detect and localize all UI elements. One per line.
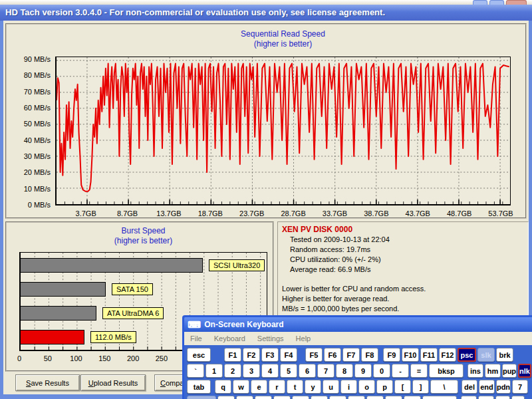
key-u[interactable]: u xyxy=(323,380,339,394)
key-7[interactable]: 7 xyxy=(317,364,334,378)
key-0[interactable]: 0 xyxy=(373,364,390,378)
key-brk[interactable]: brk xyxy=(496,348,513,362)
seq-y-tick-label: 30 MB/s xyxy=(7,152,51,160)
save-results-button[interactable]: Save Results xyxy=(15,374,80,391)
key-2[interactable]: 2 xyxy=(224,364,241,378)
drive-info-panel: XEN PV DISK 0000 Tested on 2009-10-13 at… xyxy=(277,221,529,319)
key-slk[interactable]: slk xyxy=(477,348,495,362)
key-hidden[interactable] xyxy=(217,396,235,399)
key-hidden[interactable] xyxy=(422,396,457,399)
key-f8[interactable]: F8 xyxy=(361,348,378,362)
info-average-read: Average read: 66.9 MB/s xyxy=(282,265,524,275)
key-hidden[interactable] xyxy=(385,396,402,399)
key-t[interactable]: t xyxy=(287,380,303,394)
key-f11[interactable]: F11 xyxy=(420,348,438,362)
key-del[interactable]: del xyxy=(462,380,477,394)
key-f6[interactable]: F6 xyxy=(324,348,341,362)
close-button[interactable] xyxy=(506,0,527,5)
burst-bar-label: SCSI Ultra320 xyxy=(209,259,265,271)
key-hidden[interactable] xyxy=(511,396,525,399)
info-spacer xyxy=(282,275,524,284)
seq-chart-subtitle: (higher is better) xyxy=(55,39,511,49)
key-hidden[interactable] xyxy=(255,396,272,399)
seq-y-tick-label: 0 MB/s xyxy=(7,201,51,209)
key-3[interactable]: 3 xyxy=(243,364,260,378)
key-hidden[interactable] xyxy=(311,396,328,399)
key-psc[interactable]: psc xyxy=(458,348,476,362)
burst-bar-label: 112.0 MB/s xyxy=(90,331,136,343)
maximize-button[interactable] xyxy=(489,0,504,5)
key-hidden[interactable] xyxy=(478,396,494,399)
sequential-read-plot xyxy=(55,57,511,205)
key-hidden[interactable] xyxy=(292,396,309,399)
note-lower-better: Lower is better for CPU and random acces… xyxy=(282,284,524,294)
key-pup[interactable]: pup xyxy=(502,364,517,378)
key-minus[interactable]: - xyxy=(392,364,409,378)
seq-y-tick-label: 60 MB/s xyxy=(7,104,51,112)
osk-menu-settings[interactable]: Settings xyxy=(251,333,290,344)
key-equals[interactable]: = xyxy=(410,364,428,378)
upload-results-button[interactable]: Upload Results xyxy=(80,374,146,391)
key-p[interactable]: p xyxy=(376,380,393,394)
key-hidden[interactable] xyxy=(273,396,291,399)
key-f5[interactable]: F5 xyxy=(305,348,323,362)
key-tab[interactable]: tab xyxy=(187,380,211,394)
seq-x-tick-label: 48.7GB xyxy=(440,209,479,217)
titlebar[interactable]: HD Tach version 3.0.4.0 - For non-commer… xyxy=(0,5,532,21)
seq-x-tick-label: 23.7GB xyxy=(232,209,272,217)
key-hidden[interactable] xyxy=(404,396,421,399)
key-numpad-7[interactable]: 7 xyxy=(512,380,528,394)
key-f2[interactable]: F2 xyxy=(243,348,260,362)
key-i[interactable]: i xyxy=(340,380,357,394)
key-o[interactable]: o xyxy=(358,380,375,394)
key-hidden[interactable] xyxy=(348,396,365,399)
info-cpu-utilization: CPU utilization: 0% (+/- 2%) xyxy=(282,255,524,265)
key-e[interactable]: e xyxy=(251,380,267,394)
key-f4[interactable]: F4 xyxy=(280,348,297,362)
key-w[interactable]: w xyxy=(233,380,249,394)
key-left-bracket[interactable]: [ xyxy=(394,380,411,394)
key-4[interactable]: 4 xyxy=(261,364,279,378)
key-f3[interactable]: F3 xyxy=(261,348,279,362)
key-f7[interactable]: F7 xyxy=(342,348,360,362)
key-f12[interactable]: F12 xyxy=(439,348,456,362)
seq-x-tick-label: 53.7GB xyxy=(481,209,521,217)
key-f1[interactable]: F1 xyxy=(224,348,241,362)
key-pdn[interactable]: pdn xyxy=(496,380,511,394)
minimize-button[interactable] xyxy=(473,0,487,5)
seq-x-tick-label: 38.7GB xyxy=(356,209,396,217)
osk-menu-file[interactable]: File xyxy=(184,333,208,344)
key-r[interactable]: r xyxy=(269,380,285,394)
key-f9[interactable]: F9 xyxy=(383,348,400,362)
key-f10[interactable]: F10 xyxy=(402,348,419,362)
key-6[interactable]: 6 xyxy=(299,364,316,378)
key-backslash[interactable]: \ xyxy=(430,380,458,394)
seq-chart-title: Sequential Read Speed xyxy=(55,29,511,39)
osk-menu-help[interactable]: Help xyxy=(290,333,317,344)
key-hidden[interactable] xyxy=(461,396,477,399)
key-5[interactable]: 5 xyxy=(280,364,297,378)
key-hidden[interactable] xyxy=(366,396,384,399)
key-nlk[interactable]: nlk xyxy=(518,364,531,378)
key-hidden[interactable] xyxy=(329,396,346,399)
key-8[interactable]: 8 xyxy=(336,364,353,378)
osk-menu-keyboard[interactable]: Keyboard xyxy=(208,333,251,344)
key-hm[interactable]: hm xyxy=(485,364,501,378)
osk-titlebar[interactable]: ⌨On-Screen Keyboard xyxy=(184,317,532,332)
sequential-read-panel: Sequential Read Speed (higher is better)… xyxy=(5,23,527,219)
key-hidden[interactable] xyxy=(187,396,216,399)
key-ins[interactable]: ins xyxy=(467,364,483,378)
key-q[interactable]: q xyxy=(215,380,231,394)
key-1[interactable]: 1 xyxy=(205,364,223,378)
key-esc[interactable]: esc xyxy=(187,348,211,362)
seq-y-tick-label: 80 MB/s xyxy=(7,71,51,79)
key-bksp[interactable]: bksp xyxy=(429,364,464,378)
screen: HD Tach version 3.0.4.0 - For non-commer… xyxy=(0,0,532,399)
key-9[interactable]: 9 xyxy=(354,364,372,378)
key-right-bracket[interactable]: ] xyxy=(412,380,429,394)
key-y[interactable]: y xyxy=(305,380,321,394)
key-backtick[interactable]: ` xyxy=(187,364,204,378)
key-end[interactable]: end xyxy=(479,380,495,394)
key-hidden[interactable] xyxy=(236,396,253,399)
key-hidden[interactable] xyxy=(495,396,510,399)
